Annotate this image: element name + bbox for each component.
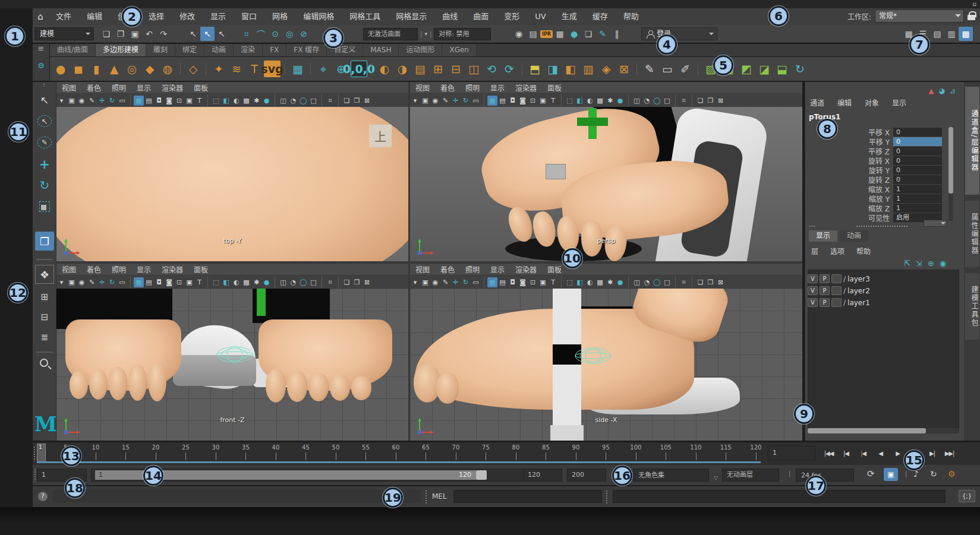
shelf-tab-FX[interactable]: FX [263,44,286,56]
toolbar-icon[interactable]: ◯ [652,277,662,287]
current-frame-field[interactable]: 1 [768,446,815,460]
toolbar-icon[interactable]: ◘ [508,277,518,287]
layer-playback-toggle[interactable]: P [820,274,830,283]
toolbar-icon[interactable]: ▩ [241,96,251,106]
layer-visibility-toggle[interactable]: V [808,286,818,295]
uv-editor-icon[interactable]: ↻ [792,61,808,77]
toolbar-icon[interactable]: ▭ [117,277,127,287]
toolbar-icon[interactable]: ▣ [67,96,77,106]
toolbar-icon[interactable]: ◫ [278,96,288,106]
toolbar-icon[interactable]: ▣ [538,96,548,106]
toolbar-icon[interactable]: □ [308,96,319,106]
toolbar-icon[interactable]: ⌗ [325,277,335,287]
insert-loop-icon[interactable]: ✐ [677,61,694,77]
toolbar-icon[interactable]: ▣ [538,277,548,287]
character-set-dropdown[interactable]: 无角色集 ▽ [633,468,709,482]
viewport-menu-照明[interactable]: 照明 [460,83,485,93]
drag-handle[interactable] [43,83,45,87]
layer-playback-toggle[interactable]: P [820,286,830,295]
toolbar-icon[interactable]: ▤ [144,277,154,287]
channel-menu-通道[interactable]: 通道 [810,97,824,107]
toolbar-icon[interactable]: ◔ [642,277,652,287]
viewport-menu-着色[interactable]: 着色 [435,83,460,93]
sidebar-tab-通道盒/层编辑器[interactable]: 通道盒/层编辑器 [965,87,979,195]
viewport-menu-照明[interactable]: 照明 [106,264,131,274]
toolbar-icon[interactable]: ❐ [705,96,716,106]
layout-two-pane-button[interactable]: ⊟ [35,308,54,327]
align-icon[interactable]: ⌖ [315,61,332,77]
menu-变形[interactable]: 变形 [496,8,527,25]
channel-menu-编辑[interactable]: 编辑 [837,97,852,107]
toolbar-icon[interactable]: ▩ [241,277,251,287]
channel-value-field[interactable]: 1 [893,194,942,203]
menu-缓存[interactable]: 缓存 [585,8,616,25]
pause-icon[interactable]: ‖ [610,27,624,41]
multi-cut-icon[interactable]: ▥ [580,61,597,77]
home-icon[interactable]: ⌂ [33,11,48,22]
remesh-icon[interactable]: ⟳ [501,61,518,77]
text-icon[interactable]: T [194,96,204,106]
toolbar-icon[interactable]: ▦ [134,96,144,106]
anim-layer-field[interactable]: 无动画层 [722,468,779,482]
viewport-menu-着色[interactable]: 着色 [81,264,106,274]
paint-select-tool[interactable]: ✎ [35,133,54,152]
save-scene-icon[interactable]: ▣ [128,27,142,41]
toolbar-icon[interactable]: ▣ [420,277,430,287]
viewport-menu-面板[interactable]: 面板 [542,264,567,274]
bridge-icon[interactable]: ◨ [544,61,561,77]
bevel-icon[interactable]: ◧ [562,61,579,77]
toolbar-icon[interactable]: ⌗ [679,96,689,106]
toolbar-icon[interactable]: ● [261,96,272,106]
toolbar-icon[interactable]: ◔ [288,277,298,287]
toolbar-icon[interactable]: ✛ [97,96,107,106]
poly-disc-icon[interactable]: ◍ [159,61,176,77]
layer-menu-选项[interactable]: 选项 [830,246,844,256]
lock-icon[interactable] [968,11,975,21]
new-scene-icon[interactable]: ❏ [99,27,114,41]
toolbar-icon[interactable]: ▤ [497,277,508,287]
toolbar-icon[interactable]: ◘ [508,96,518,106]
toolbar-icon[interactable]: ✛ [97,277,107,287]
poly-cube-icon[interactable]: ◼ [70,61,87,77]
extrude-icon[interactable]: ⬒ [527,61,543,77]
viewport-menu-显示[interactable]: 显示 [485,83,510,93]
toolbar-icon[interactable]: ✛ [450,277,461,287]
uv-spherical-icon[interactable]: ◪ [756,61,773,77]
go-to-start-button[interactable]: |◀◀ [821,446,837,460]
toolbar-icon[interactable]: ⌗ [325,96,335,106]
target-weld-icon[interactable]: ◈ [598,61,615,77]
toolbar-icon[interactable]: ▣ [184,96,194,106]
viewport-canvas-persp[interactable]: persp [410,107,802,261]
sidebar-tab-属性编辑器[interactable]: 属性编辑器 [965,201,979,267]
command-output[interactable] [613,490,946,503]
active-surface-field[interactable]: 无激活曲面 [363,28,418,40]
toolbar-icon[interactable]: ⬚ [211,277,221,287]
viewport-menu-渲染器[interactable]: 渲染器 [510,264,542,274]
toolbar-icon[interactable]: ▾ [56,96,67,106]
select-hierarchy-icon[interactable]: ↖ [186,27,200,41]
layer-visibility-toggle[interactable]: V [808,298,818,307]
viewport-menu-面板[interactable]: 面板 [542,83,567,93]
layer-type-box[interactable] [831,274,842,283]
toolbar-icon[interactable]: ◧ [221,96,231,106]
script-editor-icon[interactable]: {;} [959,490,975,502]
layer-menu-层[interactable]: 层 [811,246,818,256]
toolbar-icon[interactable]: ↻ [461,96,471,106]
toolbar-icon[interactable]: ⊠ [362,96,372,106]
menu-选择[interactable]: 选择 [141,8,172,25]
lasso-select-tool[interactable]: ↖ [35,112,54,131]
shelf-tab-渲染[interactable]: 渲染 [234,44,263,56]
layer-hscrollbar[interactable] [808,428,959,433]
toolbar-icon[interactable]: ✱ [251,96,261,106]
toolbar-icon[interactable]: ▣ [67,277,77,287]
shelf-tab-曲线/曲面[interactable]: 曲线/曲面 [50,44,96,56]
shelf-tab-运动图形[interactable]: 运动图形 [399,44,442,56]
layer-row[interactable]: VP∕layer3 [808,273,870,284]
toolbar-icon[interactable]: ▾ [56,277,67,287]
step-forward-key-button[interactable]: ▶| [924,446,940,460]
smooth-icon[interactable]: ▤ [412,61,428,77]
render-layers-icon[interactable]: ❏ [581,27,595,41]
toolbar-icon[interactable]: ◉ [77,96,87,106]
toolbar-icon[interactable]: ⬚ [565,96,575,106]
toolbar-icon[interactable]: ◙ [164,277,174,287]
